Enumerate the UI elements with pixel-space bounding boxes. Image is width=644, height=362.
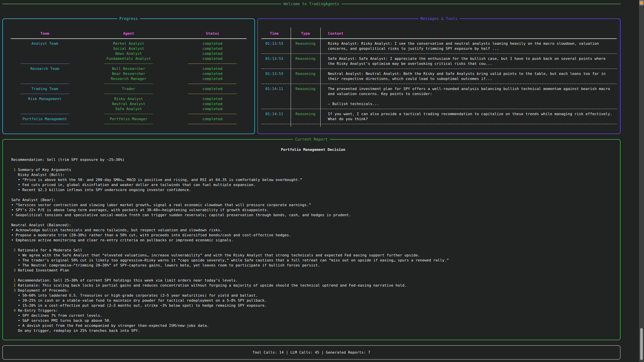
progress-row: Neutral Analystcompleted: [3, 101, 254, 106]
report-blank-line: [11, 218, 615, 223]
message-row-separator: [258, 81, 620, 86]
report-line: • 20–25% in cash or a stable-value fund …: [11, 298, 615, 303]
type-cell: Reasoning: [291, 111, 320, 121]
team-cell: [3, 51, 87, 56]
report-line-text: Rationale: This scaling back locks in pa…: [16, 283, 407, 287]
report-line-text: Summary of Key Arguments: [16, 168, 71, 172]
agent-cell: Research Manager: [87, 76, 170, 81]
status-header: Status: [170, 31, 254, 36]
report-blank-line: [11, 162, 615, 167]
progress-panel-title: Progress: [118, 16, 140, 21]
report-line: • Geopolitical tensions and speculative …: [11, 213, 615, 218]
status-cell: completed: [170, 86, 254, 91]
team-cell: Risk Management: [3, 96, 87, 101]
status-cell: completed: [170, 96, 254, 101]
message-row: 01:13:53ReasoningRisky Analyst: Risky An…: [258, 41, 620, 51]
messages-header-separator: [258, 36, 620, 41]
message-row-separator: [258, 121, 620, 126]
agent-cell: Social Analyst: [87, 46, 170, 51]
time-cell: 01:13:53: [258, 56, 291, 66]
team-cell: Analyst Team: [3, 41, 87, 46]
message-row-separator: [258, 66, 620, 71]
scrollbar[interactable]: [639, 0, 644, 362]
welcome-banner: Welcome to TradingAgents: [2, 1, 620, 6]
progress-row: Research TeamBull Researchercompleted: [3, 66, 254, 71]
status-cell: completed: [170, 116, 254, 121]
list-number: 4: [11, 308, 16, 313]
report-line: On any trigger, redeploy in 25% tranches…: [11, 328, 615, 333]
progress-row: Social Analystcompleted: [3, 46, 254, 51]
team-cell: Research Team: [3, 66, 87, 71]
progress-row: Bear Researchercompleted: [3, 71, 254, 76]
report-blank-line: [11, 152, 615, 157]
report-line-text: Refined Investment Plan: [16, 268, 69, 272]
agent-header: Agent: [87, 31, 170, 36]
orange-dot-icon: [640, 1, 643, 4]
progress-table: TeamAgentStatusAnalyst TeamMarket Analys…: [3, 19, 254, 126]
report-line: • “Services sector contraction and slowi…: [11, 202, 615, 207]
report-panel: Current Report Portfolio Management Deci…: [2, 139, 620, 340]
terminal-content: Welcome to TradingAgents Progress TeamAg…: [0, 0, 644, 360]
type-cell: Reasoning: [291, 41, 320, 51]
agent-cell: Bull Researcher: [87, 66, 170, 71]
progress-group-separator: [3, 111, 254, 116]
time-cell: 01:14:11: [258, 86, 291, 106]
time-cell: 01:13:53: [258, 71, 291, 81]
progress-row: Safe Analystcompleted: [3, 106, 254, 111]
progress-row: Portfolio ManagementPortfolio Managercom…: [3, 116, 254, 121]
report-line: • 50–60% into laddered U.S. Treasuries o…: [11, 293, 615, 298]
list-number: 3: [11, 288, 16, 293]
progress-group-separator: [3, 81, 254, 86]
messages-panel: Messages & Tools TimeTypeContent01:13:53…: [258, 18, 620, 134]
status-cell: completed: [170, 106, 254, 111]
report-line: Safe Analyst (Bear):: [11, 197, 615, 202]
column-divider: [291, 28, 291, 127]
team-cell: Trading Team: [3, 86, 87, 91]
agent-cell: Portfolio Manager: [87, 116, 170, 121]
scrollbar-thumb[interactable]: [640, 328, 643, 360]
agent-cell: Bear Researcher: [87, 71, 170, 76]
footer-stats: Tool Calls: 14 | LLM Calls: 45 | Generat…: [252, 350, 370, 355]
report-line: Risky Analyst (Bull):: [11, 172, 615, 177]
status-cell: completed: [170, 101, 254, 106]
status-cell: completed: [170, 56, 254, 61]
agent-cell: Market Analyst: [87, 41, 170, 46]
agent-cell: Safe Analyst: [87, 106, 170, 111]
message-row-separator: [258, 106, 620, 111]
report-line: • Propose a moderate trim (20–30%) rathe…: [11, 233, 615, 238]
content-cell: Neutral Analyst: Neutral Analyst: Both t…: [320, 71, 620, 81]
report-line: Recommendation: Sell (trim SPY exposure …: [11, 157, 615, 162]
time-cell: 01:14:11: [258, 111, 291, 121]
team-cell: [3, 71, 87, 76]
type-cell: Reasoning: [291, 71, 320, 81]
message-row: 01:14:11ReasoningIf you want, I can also…: [258, 111, 620, 121]
time-header: Time: [258, 31, 291, 36]
report-line: 3 Refined Investment Plan: [11, 268, 615, 273]
team-cell: [3, 101, 87, 106]
agent-cell: Fundamentals Analyst: [87, 56, 170, 61]
report-line: • “Price is above both the 50- and 200-d…: [11, 177, 615, 182]
report-line-text: Deployment of Proceeds:: [16, 288, 69, 293]
status-cell: completed: [170, 71, 254, 76]
progress-row: Analyst TeamMarket Analystcompleted: [3, 41, 254, 46]
list-number: 1: [11, 278, 16, 282]
team-cell: [3, 76, 87, 81]
report-line: • SPY declines 7% from current levels.: [11, 313, 615, 318]
list-number: 1: [11, 168, 16, 172]
list-number: 2: [11, 248, 16, 252]
report-body: Portfolio Management Decision Recommenda…: [3, 140, 620, 333]
progress-header-row: TeamAgentStatus: [3, 31, 254, 36]
content-cell: Safe Analyst: Safe Analyst: I appreciate…: [320, 56, 620, 66]
time-cell: 01:13:53: [258, 41, 291, 51]
message-row: 01:14:11ReasoningThe presented investmen…: [258, 86, 620, 106]
team-header: Team: [3, 31, 87, 36]
list-number: 2: [11, 283, 16, 287]
content-header: Content: [320, 31, 620, 36]
report-line: • Recent $2.3 billion inflows into SPY u…: [11, 187, 615, 192]
report-line: • Acknowledge bullish technicals and mac…: [11, 228, 615, 233]
team-cell: [3, 106, 87, 111]
status-cell: completed: [170, 66, 254, 71]
terminal-screen: { "welcome": { "title": "Welcome to Trad…: [0, 0, 644, 362]
type-header: Type: [291, 31, 320, 36]
messages-header-row: TimeTypeContent: [258, 31, 620, 36]
